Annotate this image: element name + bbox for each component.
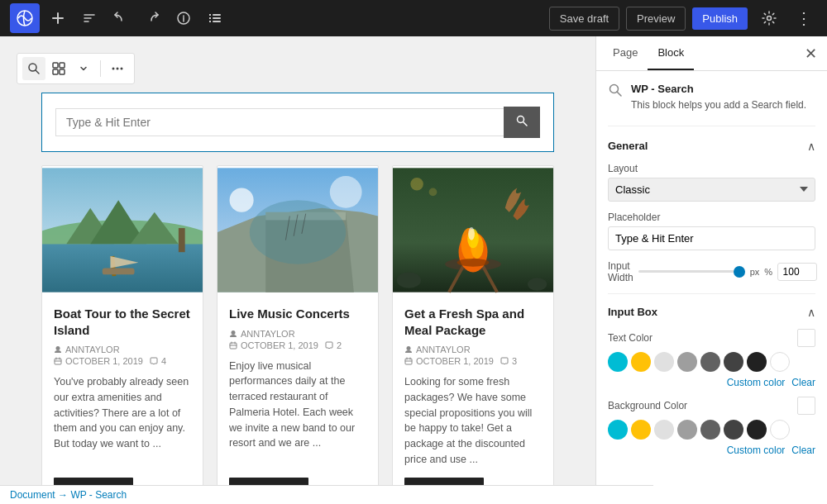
bg-color-swatch-selected[interactable] bbox=[797, 397, 815, 415]
text-color-actions: Custom color Clear bbox=[608, 377, 815, 388]
post-author-row: ANNTAYLOR bbox=[229, 329, 366, 339]
text-color-clear-link[interactable]: Clear bbox=[791, 377, 815, 388]
search-submit-button[interactable] bbox=[504, 107, 540, 138]
post-comments: 3 bbox=[512, 356, 517, 366]
top-bar: Save draft Preview Publish ⋮ bbox=[0, 0, 827, 36]
text-color-swatches bbox=[608, 352, 815, 372]
more-options-button[interactable]: ⋮ bbox=[791, 5, 817, 31]
svg-point-15 bbox=[112, 68, 115, 70]
block-toolbar bbox=[17, 53, 135, 84]
tab-page[interactable]: Page bbox=[603, 36, 648, 70]
svg-rect-4 bbox=[209, 17, 211, 19]
svg-rect-7 bbox=[213, 21, 221, 22]
color-swatch-amber[interactable] bbox=[631, 352, 651, 372]
save-draft-button[interactable]: Save draft bbox=[549, 7, 619, 31]
post-excerpt: Looking for some fresh packages? We have… bbox=[404, 374, 542, 468]
post-card: Get a Fresh Spa and Meal Package ANNTAYL… bbox=[392, 165, 554, 504]
color-swatch-amber[interactable] bbox=[631, 420, 651, 440]
list-view-button[interactable] bbox=[202, 5, 228, 31]
wp-search-text: WP - Search This block helps you add a S… bbox=[631, 83, 806, 112]
color-swatch-dark-gray[interactable] bbox=[700, 420, 720, 440]
settings-button[interactable] bbox=[754, 3, 784, 33]
main-layout: Boat Tour to the Secret Island ANNTAYLOR… bbox=[0, 36, 827, 504]
svg-rect-5 bbox=[213, 17, 221, 19]
post-author: ANNTAYLOR bbox=[65, 345, 120, 354]
post-date: OCTOBER 1, 2019 bbox=[241, 340, 318, 350]
svg-point-37 bbox=[330, 176, 362, 208]
svg-point-8 bbox=[767, 17, 772, 21]
right-sidebar: Page Block ✕ WP - Search This block help… bbox=[595, 36, 827, 504]
publish-button[interactable]: Publish bbox=[692, 7, 748, 30]
post-card-body: Get a Fresh Spa and Meal Package ANNTAYL… bbox=[393, 294, 553, 504]
color-swatch-darker-gray[interactable] bbox=[724, 420, 743, 440]
bg-color-custom-link[interactable]: Custom color bbox=[727, 445, 786, 456]
svg-point-36 bbox=[230, 188, 254, 212]
layout-select[interactable]: Classic Minimal Button Only bbox=[608, 178, 815, 202]
post-author-row: ANNTAYLOR bbox=[54, 345, 191, 354]
footer-document[interactable]: Document bbox=[10, 489, 55, 501]
color-swatch-black[interactable] bbox=[747, 420, 767, 440]
editor-area: Boat Tour to the Secret Island ANNTAYLOR… bbox=[0, 36, 595, 504]
color-swatch-black[interactable] bbox=[747, 352, 767, 372]
svg-point-54 bbox=[410, 178, 423, 191]
block-more-icon[interactable] bbox=[106, 57, 129, 80]
svg-point-18 bbox=[518, 116, 524, 123]
block-chevron-icon[interactable] bbox=[72, 57, 95, 80]
svg-point-30 bbox=[56, 346, 60, 350]
bg-color-label: Background Color bbox=[608, 400, 687, 411]
placeholder-label: Placeholder bbox=[608, 212, 815, 223]
color-swatch-gray[interactable] bbox=[677, 420, 697, 440]
redo-button[interactable] bbox=[139, 5, 165, 31]
input-width-px: px bbox=[750, 267, 760, 277]
layout-label: Layout bbox=[608, 163, 815, 174]
color-swatch-light-gray[interactable] bbox=[654, 420, 674, 440]
post-author: ANNTAYLOR bbox=[241, 329, 295, 339]
sidebar-scroll[interactable]: WP - Search This block helps you add a S… bbox=[596, 71, 827, 504]
search-input[interactable] bbox=[55, 108, 504, 136]
footer-breadcrumb: Document → WP - Search bbox=[0, 485, 653, 504]
color-swatch-light-gray[interactable] bbox=[654, 352, 674, 372]
sidebar-close-button[interactable]: ✕ bbox=[801, 41, 820, 66]
bg-color-clear-link[interactable]: Clear bbox=[791, 445, 815, 456]
undo-button[interactable] bbox=[108, 5, 134, 31]
svg-rect-14 bbox=[60, 69, 65, 74]
info-button[interactable] bbox=[170, 5, 197, 31]
svg-point-53 bbox=[457, 259, 490, 267]
placeholder-input[interactable] bbox=[608, 226, 815, 250]
post-date: OCTOBER 1, 2019 bbox=[416, 356, 494, 366]
block-search-icon[interactable] bbox=[22, 57, 45, 80]
post-meta: ANNTAYLOR OCTOBER 1, 2019 2 bbox=[229, 329, 366, 350]
tab-block[interactable]: Block bbox=[648, 36, 694, 70]
color-swatch-white[interactable] bbox=[770, 352, 790, 372]
search-input-row bbox=[55, 107, 540, 138]
svg-rect-13 bbox=[53, 69, 58, 74]
input-box-section-toggle: ∧ bbox=[807, 306, 815, 319]
color-swatch-cyan[interactable] bbox=[608, 352, 628, 372]
wordpress-logo[interactable] bbox=[10, 3, 40, 33]
post-meta: ANNTAYLOR OCTOBER 1, 2019 4 bbox=[54, 345, 191, 366]
sidebar-content: WP - Search This block helps you add a S… bbox=[596, 71, 827, 481]
post-excerpt: Enjoy live musical performances daily at… bbox=[229, 359, 366, 468]
color-swatch-cyan[interactable] bbox=[608, 420, 628, 440]
color-swatch-darker-gray[interactable] bbox=[724, 352, 743, 372]
color-swatch-white[interactable] bbox=[770, 420, 790, 440]
color-swatch-dark-gray[interactable] bbox=[700, 352, 720, 372]
tools-button[interactable] bbox=[76, 5, 103, 31]
preview-button[interactable]: Preview bbox=[626, 7, 686, 31]
general-section-header[interactable]: General ∧ bbox=[608, 140, 815, 153]
footer-separator: → bbox=[58, 489, 70, 501]
input-width-slider[interactable] bbox=[638, 270, 745, 273]
block-grid-icon[interactable] bbox=[47, 57, 70, 80]
text-color-custom-link[interactable]: Custom color bbox=[727, 377, 786, 388]
input-box-section-header[interactable]: Input Box ∧ bbox=[608, 306, 815, 319]
post-card-body: Live Music Concerts ANNTAYLOR OCTOBER 1,… bbox=[218, 294, 378, 504]
text-color-swatch-selected[interactable] bbox=[797, 329, 815, 347]
search-block bbox=[41, 93, 554, 152]
input-width-number[interactable] bbox=[777, 263, 817, 281]
color-swatch-gray[interactable] bbox=[677, 352, 697, 372]
post-date-row: OCTOBER 1, 2019 2 bbox=[229, 340, 366, 350]
add-block-button[interactable] bbox=[45, 5, 71, 31]
post-card: Boat Tour to the Secret Island ANNTAYLOR… bbox=[41, 165, 203, 504]
footer-block-name[interactable]: WP - Search bbox=[70, 489, 127, 501]
wp-search-desc: This block helps you add a Search field. bbox=[631, 98, 806, 112]
